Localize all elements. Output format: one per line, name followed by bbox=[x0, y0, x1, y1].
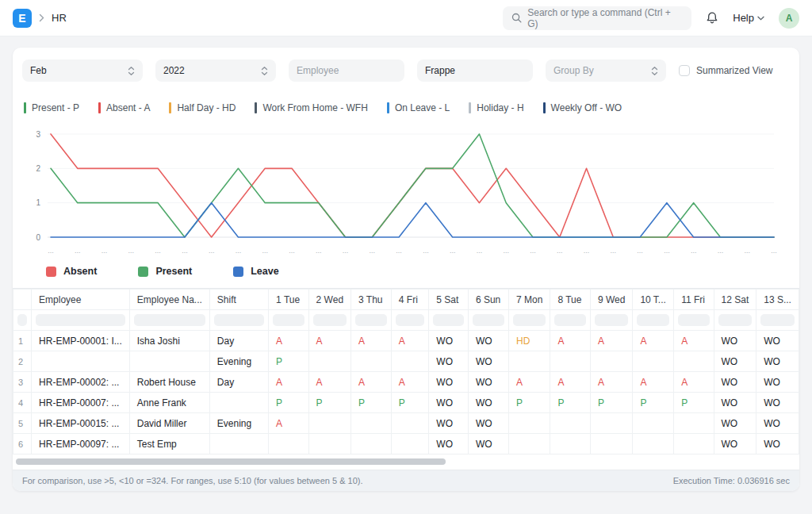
column-filter-input[interactable] bbox=[554, 314, 586, 326]
attendance-cell[interactable] bbox=[351, 413, 392, 434]
attendance-cell[interactable] bbox=[550, 434, 591, 455]
attendance-cell[interactable]: P bbox=[269, 351, 309, 372]
attendance-cell[interactable]: WO bbox=[714, 372, 756, 393]
data-cell[interactable]: David Miller bbox=[129, 413, 209, 434]
horizontal-scrollbar[interactable] bbox=[15, 458, 797, 465]
column-header[interactable]: 7 Mon bbox=[509, 290, 550, 310]
app-logo[interactable]: E bbox=[13, 9, 32, 28]
attendance-cell[interactable]: WO bbox=[756, 351, 799, 372]
column-header[interactable]: 4 Fri bbox=[391, 290, 429, 310]
column-filter-input[interactable] bbox=[313, 314, 347, 326]
attendance-cell[interactable]: WO bbox=[468, 434, 508, 455]
attendance-cell[interactable] bbox=[391, 351, 429, 372]
data-cell[interactable]: Isha Joshi bbox=[129, 331, 209, 351]
attendance-cell[interactable]: A bbox=[674, 331, 714, 351]
attendance-cell[interactable] bbox=[674, 351, 714, 372]
notifications-bell-icon[interactable] bbox=[706, 11, 718, 25]
column-header[interactable]: 3 Thu bbox=[351, 290, 392, 310]
data-cell[interactable]: Robert House bbox=[129, 372, 209, 393]
attendance-cell[interactable] bbox=[308, 351, 350, 372]
column-filter-input[interactable] bbox=[433, 314, 464, 326]
attendance-cell[interactable]: WO bbox=[429, 351, 469, 372]
column-filter-input[interactable] bbox=[760, 314, 795, 326]
column-header[interactable]: 13 S... bbox=[756, 290, 799, 310]
attendance-cell[interactable] bbox=[351, 434, 392, 455]
data-cell[interactable] bbox=[209, 434, 268, 455]
attendance-cell[interactable]: A bbox=[590, 372, 632, 393]
attendance-cell[interactable] bbox=[509, 351, 550, 372]
column-header[interactable]: 12 Sat bbox=[714, 290, 756, 310]
attendance-cell[interactable] bbox=[308, 413, 350, 434]
attendance-cell[interactable]: WO bbox=[714, 434, 756, 455]
column-filter-input[interactable] bbox=[678, 314, 709, 326]
data-cell[interactable]: HR-EMP-00097: ... bbox=[32, 434, 130, 455]
attendance-cell[interactable]: A bbox=[351, 372, 392, 393]
column-header[interactable]: 2 Wed bbox=[308, 290, 350, 310]
column-header[interactable]: 6 Sun bbox=[468, 290, 508, 310]
data-cell[interactable]: Evening bbox=[209, 351, 268, 372]
attendance-cell[interactable] bbox=[509, 434, 550, 455]
data-cell[interactable]: Evening bbox=[209, 413, 268, 434]
attendance-cell[interactable] bbox=[550, 413, 591, 434]
attendance-cell[interactable]: WO bbox=[714, 413, 756, 434]
attendance-cell[interactable] bbox=[550, 351, 591, 372]
attendance-cell[interactable] bbox=[633, 351, 674, 372]
attendance-cell[interactable]: WO bbox=[429, 413, 469, 434]
attendance-cell[interactable]: WO bbox=[468, 413, 508, 434]
attendance-cell[interactable]: WO bbox=[429, 331, 469, 351]
column-filter-input[interactable] bbox=[273, 314, 304, 326]
attendance-cell[interactable] bbox=[391, 434, 429, 455]
attendance-cell[interactable]: A bbox=[590, 331, 632, 351]
attendance-cell[interactable]: P bbox=[509, 393, 550, 413]
column-header[interactable]: 1 Tue bbox=[269, 290, 309, 310]
column-header[interactable]: 5 Sat bbox=[429, 290, 469, 310]
avatar[interactable]: A bbox=[779, 8, 799, 29]
summarized-view-checkbox[interactable] bbox=[679, 65, 690, 76]
attendance-cell[interactable]: A bbox=[509, 372, 550, 393]
attendance-cell[interactable] bbox=[509, 413, 550, 434]
data-cell[interactable]: Anne Frank bbox=[129, 393, 209, 413]
column-filter-input[interactable] bbox=[473, 314, 504, 326]
data-cell[interactable]: HR-EMP-00015: ... bbox=[32, 413, 130, 434]
attendance-cell[interactable]: A bbox=[269, 331, 309, 351]
attendance-cell[interactable] bbox=[633, 413, 674, 434]
breadcrumb[interactable]: HR bbox=[52, 12, 67, 24]
column-filter-input[interactable] bbox=[36, 314, 125, 326]
data-cell[interactable] bbox=[209, 393, 268, 413]
column-header[interactable]: Employee bbox=[32, 290, 130, 310]
column-header[interactable]: Shift bbox=[209, 290, 268, 310]
data-cell[interactable]: Test Emp bbox=[129, 434, 209, 455]
attendance-cell[interactable]: P bbox=[674, 393, 714, 413]
attendance-cell[interactable] bbox=[391, 413, 429, 434]
attendance-cell[interactable]: P bbox=[308, 393, 350, 413]
attendance-cell[interactable]: A bbox=[269, 413, 309, 434]
attendance-cell[interactable]: WO bbox=[468, 351, 508, 372]
attendance-cell[interactable] bbox=[633, 434, 674, 455]
column-header[interactable]: 11 Fri bbox=[674, 290, 714, 310]
attendance-cell[interactable] bbox=[590, 434, 632, 455]
attendance-cell[interactable]: WO bbox=[468, 372, 508, 393]
attendance-cell[interactable]: WO bbox=[429, 393, 469, 413]
attendance-cell[interactable]: WO bbox=[714, 331, 756, 351]
attendance-cell[interactable]: WO bbox=[714, 351, 756, 372]
attendance-cell[interactable]: WO bbox=[468, 331, 508, 351]
attendance-cell[interactable]: P bbox=[351, 393, 392, 413]
attendance-cell[interactable]: P bbox=[391, 393, 429, 413]
column-header[interactable]: 10 T... bbox=[633, 290, 674, 310]
attendance-cell[interactable]: WO bbox=[429, 372, 469, 393]
attendance-cell[interactable] bbox=[674, 434, 714, 455]
attendance-cell[interactable]: A bbox=[550, 372, 591, 393]
attendance-cell[interactable]: A bbox=[351, 331, 392, 351]
data-cell[interactable] bbox=[129, 351, 209, 372]
attendance-cell[interactable]: WO bbox=[756, 393, 799, 413]
column-header[interactable]: Employee Na... bbox=[129, 290, 209, 310]
attendance-cell[interactable]: A bbox=[308, 372, 350, 393]
attendance-cell[interactable]: A bbox=[633, 331, 674, 351]
column-filter-input[interactable] bbox=[637, 314, 669, 326]
month-select[interactable]: Feb bbox=[22, 59, 143, 82]
employee-filter-input[interactable]: Employee bbox=[289, 59, 404, 82]
column-filter-input[interactable] bbox=[134, 314, 205, 326]
attendance-cell[interactable] bbox=[351, 351, 392, 372]
attendance-cell[interactable]: WO bbox=[756, 331, 799, 351]
data-cell[interactable] bbox=[32, 351, 130, 372]
